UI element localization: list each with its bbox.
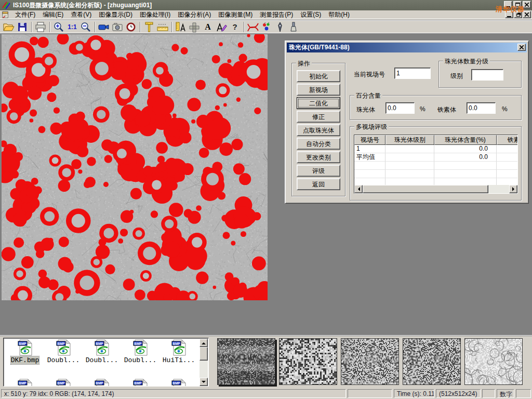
help-button[interactable]: ? [228, 21, 242, 33]
svg-text:BMP: BMP [172, 342, 180, 345]
scroll-down-button[interactable] [200, 378, 208, 386]
initialize-button[interactable]: 初始化 [297, 70, 340, 82]
menu-help[interactable]: 帮助(H) [325, 10, 353, 20]
dialog-title-bar[interactable]: 珠光体(GB/T9441-88) [287, 43, 527, 52]
thumbnail-4[interactable] [403, 338, 461, 385]
menu-edit[interactable]: 编辑(E) [39, 10, 67, 20]
new-field-button[interactable]: 新视场 [297, 84, 340, 96]
grade-label: 级别 [450, 72, 463, 81]
table-row[interactable]: 平均值 0.0 [354, 153, 517, 162]
title-bar[interactable]: IS100显微摄像系统(金相分析版) - [zhuguangti01] [0, 0, 532, 10]
menu-measure-report[interactable]: 测量报告(P) [256, 10, 297, 20]
cell-pearlite: 0.0 [434, 153, 497, 162]
rating-table[interactable]: 视场号 珠光体级别 珠光体含量(%) 铁素体含量(%) 1 0.0 平均值 0.… [354, 135, 518, 194]
col-pearlite-content: 珠光体含量(%) [434, 135, 497, 145]
file-item[interactable]: BMP Doubl... [83, 339, 121, 364]
brush-tool-button[interactable] [287, 21, 300, 33]
change-class-button[interactable]: 更改类别 [297, 151, 340, 163]
percent-group: 百分含量 珠光体 % 铁素体 % [350, 95, 522, 120]
return-button[interactable]: 返回 [297, 178, 340, 190]
file-list-scrollbar[interactable] [200, 339, 208, 386]
pick-pearlite-button[interactable]: 点取珠光体 [297, 124, 340, 136]
child-close-button[interactable] [523, 11, 531, 18]
table-horizontal-scrollbar[interactable] [354, 185, 517, 193]
binarize-button[interactable]: 二值化 [297, 97, 340, 109]
zoom-in-button[interactable] [52, 21, 65, 33]
auto-classify-button[interactable]: 自动分类 [297, 138, 340, 150]
menu-settings[interactable]: 设置(S) [297, 10, 325, 20]
thumbnail-1[interactable] [217, 338, 275, 385]
scroll-right-button[interactable] [509, 185, 517, 193]
bmp-file-icon: BMP [94, 379, 110, 387]
thumbnail-2[interactable] [279, 338, 337, 385]
child-minimize-button[interactable] [505, 11, 513, 18]
file-item[interactable]: BMP Doubl... [44, 339, 83, 364]
correct-button[interactable]: 修正 [297, 111, 340, 123]
measure-text-button[interactable] [174, 21, 188, 33]
curve-tool-button[interactable] [246, 21, 260, 33]
annotate-button[interactable] [215, 21, 228, 33]
scrollbar-track[interactable] [488, 185, 509, 193]
video-camera-icon [98, 21, 110, 33]
ferrite-percent-input[interactable] [467, 102, 496, 114]
file-item[interactable]: BMP HuiTi... [159, 339, 198, 364]
rate-button[interactable]: 评级 [297, 165, 340, 177]
menu-view[interactable]: 查看(V) [67, 10, 95, 20]
menu-file[interactable]: 文件(F) [11, 10, 39, 20]
toolbar: 1:1 A ? [0, 20, 532, 34]
menu-image-analysis[interactable]: 图像分析(A) [174, 10, 215, 20]
col-ferrite-content: 铁素体含量(%) [497, 135, 518, 145]
open-folder-icon [3, 21, 15, 33]
grade-input[interactable] [471, 69, 503, 81]
ruler-icon [156, 21, 169, 33]
current-field-input[interactable] [394, 68, 431, 79]
particle-classes-button[interactable] [260, 21, 273, 33]
app-close-button[interactable] [523, 1, 531, 8]
save-floppy-icon [16, 21, 29, 33]
thumbnail-5[interactable] [464, 338, 523, 385]
micrograph-image-binarized[interactable] [2, 34, 268, 300]
arrow-right-icon [512, 187, 516, 191]
actual-size-button[interactable]: 1:1 [65, 21, 79, 33]
file-list[interactable]: BMP DKF.bmp BMP Doubl... BMP Doubl... BM… [3, 338, 209, 387]
open-button[interactable] [2, 21, 16, 33]
registration-button[interactable] [188, 21, 201, 33]
scrollbar-thumb[interactable] [363, 185, 488, 193]
app-minimize-button[interactable] [504, 1, 512, 8]
printer-icon [34, 21, 47, 33]
file-item[interactable]: BMP Doubl... [121, 339, 159, 364]
curve-cross-icon [246, 21, 260, 33]
pen-tool-button[interactable] [273, 21, 287, 33]
scroll-left-button[interactable] [354, 185, 363, 193]
snapshot-button[interactable] [111, 21, 124, 33]
timer-button[interactable] [124, 21, 138, 33]
scrollbar-thumb[interactable] [200, 347, 208, 361]
file-item[interactable]: BMP DKF.bmp [6, 339, 44, 364]
ruler-button[interactable] [156, 21, 169, 33]
zoom-in-icon [52, 21, 65, 33]
text-button[interactable]: A [201, 21, 215, 33]
bottom-panel: BMP DKF.bmp BMP Doubl... BMP Doubl... BM… [0, 335, 532, 388]
video-capture-button[interactable] [97, 21, 111, 33]
print-button[interactable] [34, 21, 47, 33]
caliper-measure-button[interactable] [142, 21, 156, 33]
scroll-up-button[interactable] [200, 339, 208, 347]
svg-text:BMP: BMP [96, 342, 103, 345]
camera-icon [111, 21, 124, 33]
thumbnail-3[interactable] [341, 338, 399, 385]
pearlite-percent-input[interactable] [385, 102, 415, 114]
save-button[interactable] [16, 21, 29, 33]
zoom-out-button[interactable] [79, 21, 92, 33]
menu-image-measure[interactable]: 图像测量(M) [215, 10, 256, 20]
menu-image-display[interactable]: 图像显示(D) [95, 10, 136, 20]
file-name: Doubl... [86, 356, 118, 364]
child-restore-button[interactable] [514, 11, 522, 18]
document-system-menu-icon[interactable] [2, 11, 9, 19]
ruler-text-icon [175, 21, 187, 33]
svg-text:BMP: BMP [57, 381, 65, 385]
pearlite-dialog: 珠光体(GB/T9441-88) 操作 初始化 新视场 二值化 修正 点取珠光体… [285, 41, 529, 204]
menu-image-processing[interactable]: 图像处理(I) [136, 10, 174, 20]
app-maximize-button[interactable] [513, 1, 522, 8]
dialog-close-button[interactable] [517, 44, 526, 51]
table-row[interactable]: 1 0.0 [354, 145, 517, 153]
